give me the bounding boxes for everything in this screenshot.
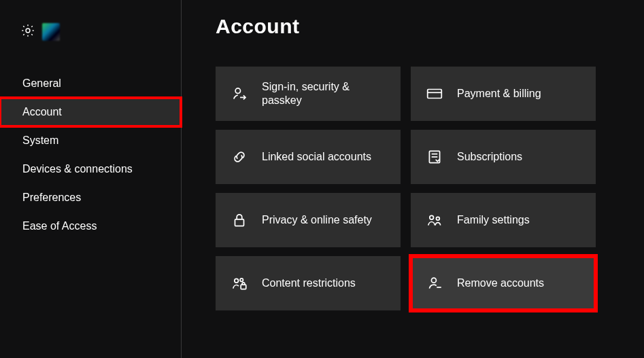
- receipt-icon: [426, 148, 443, 166]
- tile-label: Content restrictions: [262, 276, 356, 290]
- tile-payment-billing[interactable]: Payment & billing: [411, 67, 596, 121]
- tile-label: Remove accounts: [457, 276, 544, 290]
- main-panel: Account Sign-in, security & passkey: [182, 0, 644, 358]
- gear-icon[interactable]: [20, 23, 35, 41]
- svg-point-8: [430, 215, 434, 219]
- tile-label: Payment & billing: [457, 87, 541, 101]
- sidebar-nav: General Account System Devices & connect…: [0, 69, 181, 240]
- svg-point-10: [235, 279, 239, 283]
- sidebar-item-label: Preferences: [22, 192, 81, 204]
- svg-rect-7: [235, 219, 244, 226]
- person-minus-icon: [426, 274, 443, 292]
- page-title: Account: [216, 15, 644, 38]
- tile-content-restrictions[interactable]: Content restrictions: [216, 256, 401, 310]
- sidebar-item-label: General: [22, 77, 61, 90]
- tile-label: Sign-in, security & passkey: [262, 80, 350, 107]
- tile-grid: Sign-in, security & passkey Payment & bi…: [216, 67, 644, 310]
- svg-point-13: [431, 278, 436, 283]
- tile-linked-social-accounts[interactable]: Linked social accounts: [216, 130, 401, 184]
- tile-label: Privacy & online safety: [262, 213, 372, 227]
- sidebar-item-label: Devices & connections: [22, 163, 133, 175]
- tile-signin-security-passkey[interactable]: Sign-in, security & passkey: [216, 67, 401, 121]
- svg-point-11: [240, 279, 243, 281]
- lock-icon: [231, 211, 248, 229]
- sidebar-item-label: Ease of Access: [22, 220, 97, 232]
- sidebar: General Account System Devices & connect…: [0, 0, 182, 358]
- sidebar-item-system[interactable]: System: [0, 126, 181, 155]
- tile-remove-accounts[interactable]: Remove accounts: [411, 256, 596, 310]
- svg-point-1: [235, 88, 240, 93]
- avatar[interactable]: [42, 23, 60, 41]
- sidebar-item-general[interactable]: General: [0, 69, 181, 98]
- tile-privacy-online-safety[interactable]: Privacy & online safety: [216, 193, 401, 247]
- card-icon: [426, 85, 443, 103]
- family-icon: [426, 211, 443, 229]
- sidebar-item-preferences[interactable]: Preferences: [0, 183, 181, 212]
- svg-point-9: [436, 217, 439, 220]
- tile-label: Subscriptions: [457, 150, 522, 164]
- sidebar-item-label: System: [22, 135, 58, 147]
- sidebar-item-devices-connections[interactable]: Devices & connections: [0, 155, 181, 183]
- tile-family-settings[interactable]: Family settings: [411, 193, 596, 247]
- svg-point-0: [26, 29, 30, 33]
- sidebar-item-account[interactable]: Account: [0, 98, 181, 126]
- person-lock-icon: [231, 274, 248, 292]
- tile-label: Family settings: [457, 213, 530, 227]
- link-icon: [231, 148, 248, 166]
- tile-subscriptions[interactable]: Subscriptions: [411, 130, 596, 184]
- svg-rect-2: [428, 90, 442, 99]
- svg-rect-12: [241, 285, 246, 289]
- sidebar-header: [0, 0, 181, 48]
- sidebar-item-ease-of-access[interactable]: Ease of Access: [0, 212, 181, 240]
- person-arrow-icon: [231, 85, 248, 103]
- sidebar-item-label: Account: [22, 106, 62, 118]
- tile-label: Linked social accounts: [262, 150, 371, 164]
- app-root: General Account System Devices & connect…: [0, 0, 644, 358]
